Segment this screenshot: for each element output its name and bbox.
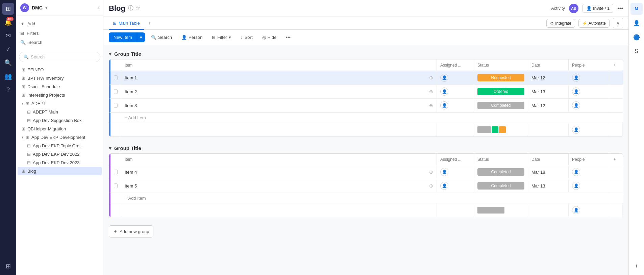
sidebar-item-interesting[interactable]: ⊞ Interesting Projects bbox=[18, 91, 102, 99]
automate-button[interactable]: ⚡ Automate bbox=[578, 19, 610, 28]
td-item-name[interactable]: Item 1 ⊕ bbox=[121, 71, 437, 84]
td-checkbox[interactable] bbox=[110, 99, 121, 112]
add-tab-button[interactable]: ＋ bbox=[144, 17, 155, 29]
sidebar-item-ekp-2022[interactable]: ⊟ App Dev EKP Dev 2022 bbox=[18, 150, 102, 158]
group-1-collapse[interactable]: ▾ bbox=[109, 51, 112, 57]
td-people[interactable]: 👤 bbox=[569, 85, 609, 98]
integrate-button[interactable]: ⚙ Integrate bbox=[546, 19, 575, 28]
star-icon[interactable]: ☆ bbox=[135, 5, 140, 12]
th-add-col[interactable]: ＋ bbox=[609, 154, 623, 165]
td-checkbox[interactable] bbox=[110, 179, 121, 192]
right-panel-icon-2[interactable]: 👤 bbox=[630, 17, 643, 29]
sidebar-item-dsan[interactable]: ⊞ Dsan - Schedule bbox=[18, 82, 102, 91]
th-add-col[interactable]: ＋ bbox=[609, 59, 623, 71]
workspace-selector[interactable]: W DMC ▾ bbox=[20, 3, 47, 12]
sort-button[interactable]: ↕ Sort bbox=[237, 33, 256, 42]
rail-icon-people[interactable]: 👥 bbox=[2, 70, 14, 82]
td-assigned[interactable]: 👤 bbox=[437, 165, 474, 179]
td-assigned[interactable]: 👤 bbox=[437, 71, 474, 84]
sidebar-item-app-dev-suggestion[interactable]: ⊟ App Dev Suggestion Box bbox=[18, 116, 102, 125]
td-date[interactable]: Mar 12 bbox=[528, 99, 569, 112]
group-1-table-header: Item Assigned ... Status Date People ＋ bbox=[109, 59, 623, 71]
add-sub-item-icon[interactable]: ⊕ bbox=[429, 103, 433, 108]
td-date[interactable]: Mar 12 bbox=[528, 71, 569, 84]
add-action[interactable]: ＋ Add bbox=[18, 19, 102, 29]
rail-icon-my-work[interactable]: ✓ bbox=[2, 43, 14, 55]
sidebar-item-ekp-topic[interactable]: ⊟ App Dev EKP Topic Org... bbox=[18, 142, 102, 150]
sidebar-item-adept-main[interactable]: ⊟ ADEPT Main bbox=[18, 108, 102, 116]
rail-icon-search[interactable]: 🔍 bbox=[2, 57, 14, 69]
add-sub-item-icon[interactable]: ⊕ bbox=[429, 169, 433, 175]
td-status[interactable]: Completed bbox=[474, 99, 528, 112]
rail-icon-inbox[interactable]: ✉ bbox=[2, 30, 14, 42]
activity-button[interactable]: Activity bbox=[551, 6, 565, 11]
sidebar-item-ekp-group[interactable]: ▾ ⊞ App Dev EKP Development bbox=[18, 133, 102, 142]
right-panel-icon-3[interactable]: 🔵 bbox=[630, 31, 643, 43]
td-assigned[interactable]: 👤 bbox=[437, 179, 474, 193]
add-sub-item-icon[interactable]: ⊕ bbox=[429, 75, 433, 80]
hide-button[interactable]: ◎ Hide bbox=[259, 33, 280, 42]
right-panel-icon-4[interactable]: S bbox=[630, 45, 643, 57]
td-item-name[interactable]: Item 3 ⊕ bbox=[121, 99, 437, 112]
td-assigned[interactable]: 👤 bbox=[437, 85, 474, 98]
add-item-row-2[interactable]: + Add Item bbox=[109, 193, 623, 203]
sidebar-item-qbhelper[interactable]: ⊞ QBHelper Migration bbox=[18, 125, 102, 133]
user-avatar[interactable]: AB bbox=[569, 4, 578, 13]
td-checkbox[interactable] bbox=[110, 166, 121, 178]
new-item-button[interactable]: New Item ▾ bbox=[109, 32, 145, 42]
search-button[interactable]: 🔍 Search bbox=[148, 33, 175, 42]
td-people[interactable]: 👤 bbox=[569, 71, 609, 84]
group-2-title[interactable]: Group Title bbox=[114, 145, 141, 151]
filter-arrow-icon: ▾ bbox=[229, 35, 231, 40]
new-item-arrow[interactable]: ▾ bbox=[137, 32, 145, 42]
sidebar-collapse-btn[interactable]: ‹ bbox=[97, 5, 99, 11]
td-checkbox[interactable] bbox=[110, 71, 121, 84]
sidebar-item-ekp-2023[interactable]: ⊟ App Dev EKP Dev 2023 bbox=[18, 158, 102, 167]
collapse-button[interactable]: ∧ bbox=[613, 18, 623, 28]
add-item-row-1[interactable]: + Add Item bbox=[109, 112, 623, 123]
add-sub-item-icon[interactable]: ⊕ bbox=[429, 89, 433, 94]
td-date[interactable]: Mar 13 bbox=[528, 85, 569, 98]
td-status[interactable]: Ordered bbox=[474, 85, 528, 98]
rail-icon-help[interactable]: ? bbox=[2, 84, 14, 96]
sidebar-item-eeinfo[interactable]: ⊞ EEINFO bbox=[18, 66, 102, 74]
more-options-button[interactable]: ••• bbox=[617, 5, 623, 11]
td-people[interactable]: 👤 bbox=[569, 165, 609, 179]
rail-icon-notifications[interactable]: 🔔408 bbox=[2, 16, 14, 28]
td-people[interactable]: 👤 bbox=[569, 99, 609, 112]
avatar: 👤 bbox=[572, 101, 580, 109]
tab-main-table[interactable]: ⊞ Main Table bbox=[109, 17, 144, 30]
td-people[interactable]: 👤 bbox=[569, 179, 609, 193]
add-sub-item-icon[interactable]: ⊕ bbox=[429, 183, 433, 189]
td-status[interactable]: Completed bbox=[474, 179, 528, 192]
filters-action[interactable]: ⊟ Filters bbox=[18, 29, 102, 38]
invite-button[interactable]: 👤 Invite / 1 bbox=[583, 4, 613, 13]
sidebar-item-adept-group[interactable]: ▾ ⊞ ADEPT bbox=[18, 99, 102, 108]
group-2-collapse[interactable]: ▾ bbox=[109, 145, 112, 151]
td-item-name[interactable]: Item 2 ⊕ bbox=[121, 85, 437, 98]
right-panel-icon-1[interactable]: M bbox=[630, 3, 643, 15]
rail-icon-grid[interactable]: ⊞ bbox=[2, 260, 14, 272]
td-checkbox[interactable] bbox=[110, 85, 121, 98]
sidebar-item-blog[interactable]: ⊞ Blog bbox=[18, 167, 102, 175]
sort-icon: ↕ bbox=[241, 35, 243, 40]
td-item-name[interactable]: Item 5 ⊕ bbox=[121, 179, 437, 192]
right-panel-add[interactable]: ＋ bbox=[631, 260, 642, 272]
td-date[interactable]: Mar 18 bbox=[528, 166, 569, 178]
rail-icon-home[interactable]: ⊞ bbox=[2, 3, 14, 15]
td-extra bbox=[609, 179, 623, 192]
add-group-button[interactable]: ＋ Add new group bbox=[109, 225, 153, 238]
info-icon[interactable]: ⓘ bbox=[128, 5, 133, 12]
td-status[interactable]: Requested bbox=[474, 71, 528, 84]
filter-button[interactable]: ⊟ Filter ▾ bbox=[208, 33, 234, 42]
sidebar-search[interactable]: 🔍 Search bbox=[19, 52, 100, 62]
td-date[interactable]: Mar 13 bbox=[528, 179, 569, 192]
td-item-name[interactable]: Item 4 ⊕ bbox=[121, 166, 437, 178]
more-options-toolbar[interactable]: ••• bbox=[282, 33, 294, 42]
person-button[interactable]: 👤 Person bbox=[178, 33, 206, 42]
group-1-title[interactable]: Group Title bbox=[114, 51, 141, 57]
search-action[interactable]: 🔍 Search bbox=[18, 38, 102, 47]
sidebar-item-bpt[interactable]: ⊞ BPT HW Inventory bbox=[18, 74, 102, 82]
td-status[interactable]: Completed bbox=[474, 166, 528, 178]
td-assigned[interactable]: 👤 bbox=[437, 99, 474, 112]
